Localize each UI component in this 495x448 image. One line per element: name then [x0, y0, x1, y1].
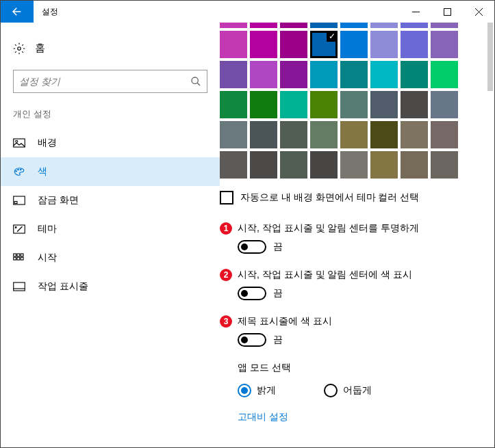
color-swatch[interactable] — [310, 23, 338, 28]
color-swatch[interactable] — [431, 121, 458, 148]
sidebar-item-label: 테마 — [38, 223, 57, 235]
color-swatch[interactable] — [220, 61, 247, 88]
color-swatch[interactable] — [401, 31, 428, 58]
toggle-switch[interactable] — [238, 240, 266, 254]
color-swatch[interactable] — [220, 91, 247, 118]
checkbox-label: 자동으로 내 배경 화면에서 테마 컬러 선택 — [240, 192, 419, 204]
radio-dark[interactable]: 어둡게 — [324, 384, 372, 397]
color-swatch[interactable] — [250, 23, 277, 28]
svg-rect-15 — [17, 257, 20, 260]
search-icon — [190, 76, 201, 87]
annotation-badge: 3 — [220, 315, 232, 328]
back-button[interactable] — [1, 1, 34, 23]
color-swatch[interactable] — [250, 151, 277, 179]
color-swatch[interactable] — [340, 151, 368, 179]
color-swatch[interactable] — [370, 91, 398, 118]
svg-rect-12 — [17, 254, 20, 256]
color-swatch[interactable] — [280, 121, 307, 148]
color-swatch[interactable] — [431, 23, 458, 28]
toggle-switch[interactable] — [238, 287, 266, 300]
color-swatch[interactable] — [310, 31, 338, 58]
picture-icon — [13, 138, 25, 148]
palette-icon — [13, 167, 25, 176]
home-label: 홈 — [35, 42, 45, 55]
radio-label: 밝게 — [257, 384, 276, 397]
toggle-state: 끔 — [273, 241, 283, 253]
color-swatch[interactable] — [370, 31, 398, 58]
radio-label: 어둡게 — [343, 384, 372, 397]
color-swatch[interactable] — [220, 23, 247, 28]
maximize-button[interactable] — [431, 1, 463, 23]
color-swatch[interactable] — [370, 121, 398, 148]
sidebar-item-background[interactable]: 배경 — [1, 129, 220, 157]
annotation-badge: 1 — [220, 222, 232, 235]
content-area: 홈 개인 설정 배경 색 잠금 화면 테마 시작 작업 표 — [1, 23, 494, 447]
toggle-label: 시작, 작업 표시줄 및 알림 센터에 색 표시 — [238, 269, 412, 281]
color-swatch[interactable] — [280, 23, 307, 28]
color-swatch[interactable] — [250, 121, 277, 148]
toggle-thumb-icon — [241, 290, 248, 297]
color-swatch[interactable] — [250, 91, 277, 118]
color-swatch[interactable] — [340, 91, 368, 118]
toggle-state: 끔 — [273, 287, 283, 300]
auto-color-checkbox[interactable]: 자동으로 내 배경 화면에서 테마 컬러 선택 — [220, 191, 481, 205]
color-swatch[interactable] — [280, 151, 307, 179]
close-icon — [475, 8, 483, 16]
sidebar-item-label: 배경 — [38, 137, 57, 149]
color-swatch[interactable] — [340, 61, 368, 88]
close-button[interactable] — [463, 1, 494, 23]
search-input[interactable] — [13, 70, 207, 93]
color-swatch[interactable] — [280, 91, 307, 118]
sidebar-item-label: 색 — [38, 166, 47, 178]
color-swatch[interactable] — [401, 91, 428, 118]
color-swatch[interactable] — [310, 121, 338, 148]
app-mode-label: 앱 모드 선택 — [238, 362, 481, 374]
color-swatch[interactable] — [340, 23, 368, 28]
color-swatch[interactable] — [370, 151, 398, 179]
color-swatch[interactable] — [401, 151, 428, 179]
toggle-state: 끔 — [273, 334, 283, 346]
color-swatch[interactable] — [401, 61, 428, 88]
app-mode-radio-group: 밝게 어둡게 — [238, 384, 481, 397]
color-swatch[interactable] — [280, 31, 307, 58]
color-swatch[interactable] — [431, 61, 458, 88]
color-swatch[interactable] — [340, 121, 368, 148]
scrollbar[interactable] — [487, 23, 493, 91]
minimize-button[interactable] — [400, 1, 431, 23]
color-swatch[interactable] — [280, 61, 307, 88]
radio-light[interactable]: 밝게 — [238, 384, 276, 397]
color-swatch[interactable] — [220, 121, 247, 148]
svg-point-2 — [192, 77, 198, 83]
color-swatch[interactable] — [310, 61, 338, 88]
sidebar-item-themes[interactable]: 테마 — [1, 215, 220, 243]
color-swatch[interactable] — [310, 91, 338, 118]
color-swatch[interactable] — [431, 91, 458, 118]
color-swatch[interactable] — [401, 121, 428, 148]
high-contrast-link[interactable]: 고대비 설정 — [238, 411, 481, 423]
sidebar-item-lockscreen[interactable]: 잠금 화면 — [1, 186, 220, 215]
color-swatch[interactable] — [431, 31, 458, 58]
sidebar: 홈 개인 설정 배경 색 잠금 화면 테마 시작 작업 표 — [1, 23, 220, 447]
color-swatch[interactable] — [250, 31, 277, 58]
color-swatch[interactable] — [250, 61, 277, 88]
color-swatch[interactable] — [401, 23, 428, 28]
color-swatch[interactable] — [220, 151, 247, 179]
sidebar-item-label: 잠금 화면 — [38, 194, 79, 207]
svg-point-4 — [16, 140, 18, 142]
toggle-switch[interactable] — [238, 333, 266, 347]
sidebar-item-start[interactable]: 시작 — [1, 243, 220, 272]
window-title: 설정 — [42, 6, 400, 18]
color-swatch[interactable] — [370, 61, 398, 88]
minimize-icon — [412, 8, 420, 16]
home-nav[interactable]: 홈 — [1, 36, 220, 60]
color-swatch[interactable] — [220, 31, 247, 58]
search-field[interactable] — [19, 76, 190, 87]
sidebar-item-colors[interactable]: 색 — [1, 157, 220, 186]
color-swatch[interactable] — [340, 31, 368, 58]
sidebar-item-taskbar[interactable]: 작업 표시줄 — [1, 272, 220, 301]
color-swatch[interactable] — [310, 151, 338, 179]
color-swatch[interactable] — [431, 151, 458, 179]
color-swatch[interactable] — [370, 23, 398, 28]
svg-rect-11 — [14, 254, 16, 256]
svg-rect-0 — [444, 8, 450, 15]
